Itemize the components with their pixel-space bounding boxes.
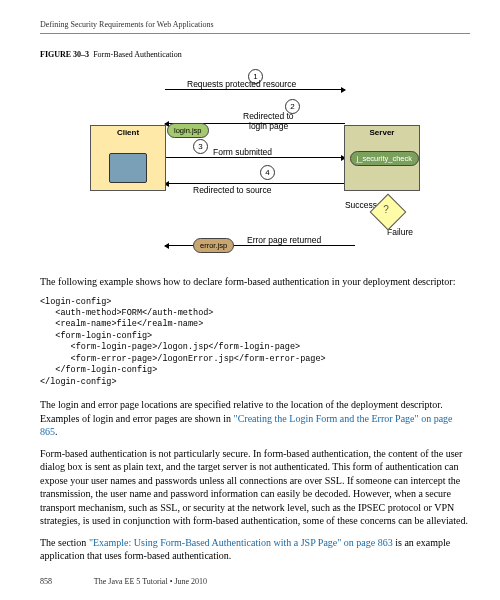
para-example-ref: The section "Example: Using Form-Based A… [40,536,470,563]
client-label: Client [91,126,165,137]
computer-icon [109,153,147,183]
figure-caption: FIGURE 30–3 Form-Based Authentication [40,50,470,59]
label-request: Requests protected resource [187,79,296,89]
page-number: 858 [40,577,52,586]
page-footer: 858 The Java EE 5 Tutorial • June 2010 [40,577,470,586]
step-4: 4 [260,165,275,180]
figure-number: FIGURE 30–3 [40,50,89,59]
auth-diagram: Client Server 1 2 3 4 Requests protected… [85,65,425,265]
label-form-submitted: Form submitted [213,147,272,157]
label-error-returned: Error page returned [247,235,321,245]
page-header: Defining Security Requirements for Web A… [40,20,470,34]
question-icon: ? [383,204,389,215]
para-login-error: The login and error page locations are s… [40,398,470,439]
code-block: <login-config> <auth-method>FORM</auth-m… [40,297,470,389]
client-box: Client [90,125,166,191]
figure-title: Form-Based Authentication [93,50,182,59]
label-redir-login-a: Redirected to [243,111,294,121]
server-label: Server [345,126,419,137]
link-example-jsp[interactable]: "Example: Using Form-Based Authenticatio… [89,537,393,548]
para-intro: The following example shows how to decla… [40,275,470,289]
error-jsp-oval: error.jsp [193,238,234,253]
jsecurity-oval: j_security_check [350,151,419,166]
label-redir-login-b: login page [249,121,288,131]
label-failure: Failure [387,227,413,237]
para-security-note: Form-based authentication is not particu… [40,447,470,528]
footer-book-title: The Java EE 5 Tutorial • June 2010 [94,577,207,586]
login-jsp-oval: login.jsp [167,123,209,138]
step-3: 3 [193,139,208,154]
label-redir-source: Redirected to source [193,185,271,195]
